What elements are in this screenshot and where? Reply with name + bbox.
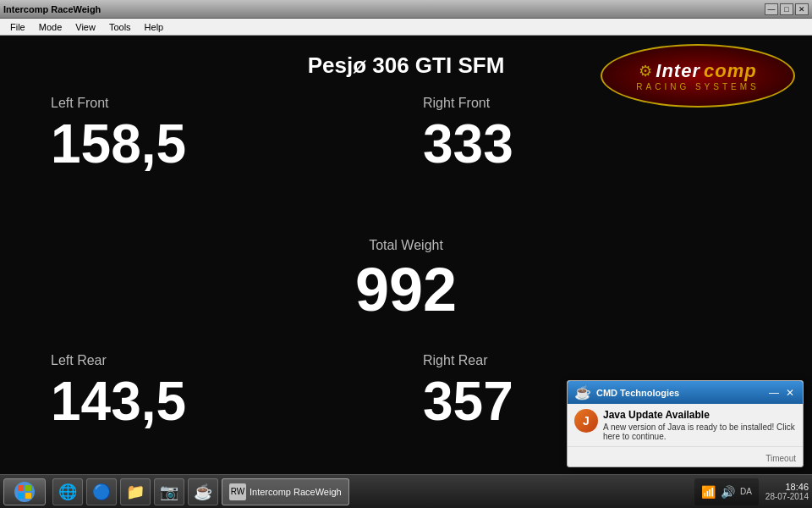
minimize-button[interactable]: — — [765, 3, 778, 15]
logo-red — [18, 485, 24, 491]
menu-bar: File Mode View Tools Help — [0, 19, 812, 36]
left-front-label: Left Front — [51, 96, 389, 111]
notification-controls: — ✕ — [767, 387, 796, 399]
left-rear-value: 143,5 — [51, 372, 389, 431]
logo-blue — [18, 493, 24, 499]
notification-text-area: Java Update Available A new version of J… — [603, 409, 796, 441]
logo-text-comp: comp — [704, 60, 757, 82]
taskbar-active-raceweigh[interactable]: RW Intercomp RaceWeigh — [222, 478, 349, 505]
title-bar: Intercomp RaceWeigh — □ ✕ — [0, 0, 812, 19]
window-controls: — □ ✕ — [765, 3, 809, 15]
maximize-button[interactable]: □ — [780, 3, 793, 15]
notification-minimize-button[interactable]: — — [767, 387, 781, 399]
total-weight-value: 992 — [355, 257, 457, 323]
logo-subtitle: RACING SYSTEMS — [636, 82, 759, 91]
notification-header-title: CMD Technologies — [596, 388, 679, 398]
java-logo-icon: J — [574, 409, 598, 433]
taskbar-app-ie[interactable]: 🌐 — [52, 478, 83, 505]
menu-file[interactable]: File — [3, 19, 32, 35]
notification-message: A new version of Java is ready to be ins… — [603, 422, 796, 441]
notification-header-icon: ☕ — [574, 384, 591, 400]
notification-header-left: ☕ CMD Technologies — [574, 384, 679, 400]
menu-mode[interactable]: Mode — [32, 19, 69, 35]
taskbar-app-java[interactable]: ☕ — [188, 478, 218, 505]
gear-icon: ⚙ — [639, 62, 652, 80]
total-weight-cell: Total Weight 992 — [34, 217, 778, 345]
logo-text-inter: Inter — [656, 60, 700, 82]
windows-logo-icon — [14, 482, 35, 502]
timeout-label: Timeout — [765, 454, 796, 463]
left-rear-cell: Left Rear 143,5 — [34, 345, 406, 474]
notification-timeout: Timeout — [765, 454, 796, 463]
notification-close-button[interactable]: ✕ — [784, 387, 796, 399]
logo-green — [25, 485, 31, 491]
total-weight-label: Total Weight — [369, 238, 443, 253]
menu-view[interactable]: View — [69, 19, 102, 35]
volume-icon: 🔊 — [721, 485, 735, 499]
left-front-value: 158,5 — [51, 114, 389, 174]
system-clock[interactable]: 18:46 28-07-2014 — [765, 482, 809, 501]
taskbar-pinned-apps: 🌐 🔵 📁 📷 ☕ — [52, 478, 218, 505]
notification-footer: Timeout — [568, 446, 803, 467]
menu-tools[interactable]: Tools — [102, 19, 138, 35]
left-front-cell: Left Front 158,5 — [34, 87, 406, 217]
menu-help[interactable]: Help — [138, 19, 171, 35]
taskbar: 🌐 🔵 📁 📷 ☕ RW Intercomp RaceWeigh 📶 🔊 DA … — [0, 474, 812, 508]
notification-header: ☕ CMD Technologies — ✕ — [568, 381, 803, 404]
right-rear-label: Right Rear — [423, 353, 761, 368]
taskbar-app-camera[interactable]: 📷 — [154, 478, 184, 505]
active-app-label: Intercomp RaceWeigh — [250, 487, 342, 497]
notification-body: J Java Update Available A new version of… — [568, 404, 803, 446]
da-label: DA — [740, 487, 752, 496]
java-notification: ☕ CMD Technologies — ✕ J Java Update Ava… — [567, 380, 804, 467]
logo-yellow — [25, 493, 31, 499]
system-tray: 📶 🔊 DA — [694, 478, 759, 505]
notification-title: Java Update Available — [603, 409, 796, 421]
clock-time: 18:46 — [765, 482, 809, 492]
intercomp-logo: ⚙ Intercomp RACING SYSTEMS — [601, 44, 795, 108]
taskbar-right: 📶 🔊 DA 18:46 28-07-2014 — [694, 478, 809, 505]
window-title: Intercomp RaceWeigh — [3, 4, 101, 14]
taskbar-app-chrome[interactable]: 🔵 — [86, 478, 117, 505]
raceweigh-icon: RW — [229, 483, 246, 500]
right-front-value: 333 — [423, 114, 761, 174]
taskbar-app-folder[interactable]: 📁 — [120, 478, 151, 505]
network-icon: 📶 — [701, 485, 716, 499]
close-button[interactable]: ✕ — [795, 3, 809, 15]
start-button[interactable] — [3, 478, 46, 505]
left-rear-label: Left Rear — [51, 353, 389, 368]
clock-date: 28-07-2014 — [765, 492, 809, 501]
car-title: Pesjø 306 GTI SFM — [308, 52, 505, 79]
